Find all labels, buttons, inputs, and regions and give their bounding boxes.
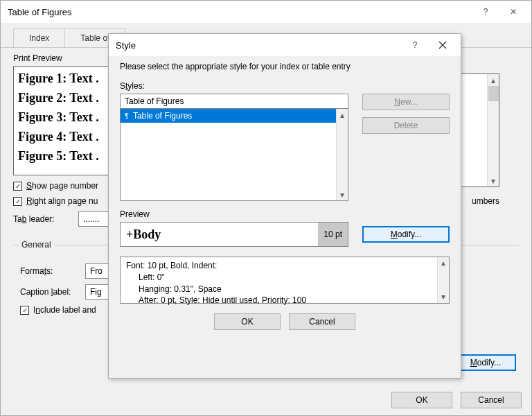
modify-style-button[interactable]: Modify... <box>362 226 450 243</box>
preview-box: +Body 10 pt <box>120 222 348 247</box>
checkbox-label: Right align page nu <box>26 196 98 206</box>
scroll-down-icon[interactable]: ▾ <box>488 175 499 187</box>
style-body: Please select the appropriate style for … <box>109 56 461 338</box>
desc-line: Hanging: 0.31", Space <box>126 284 434 295</box>
preview-font-size: 10 pt <box>318 223 348 246</box>
scroll-thumb[interactable] <box>488 86 499 101</box>
style-item-table-of-figures[interactable]: ¶ Table of Figures <box>121 109 348 123</box>
checkbox-label: Include label and <box>33 305 96 315</box>
style-instruction: Please select the appropriate style for … <box>120 62 450 71</box>
scroll-down-icon[interactable]: ▾ <box>337 189 348 200</box>
styles-listbox[interactable]: ¶ Table of Figures ▴ ▾ <box>120 108 348 201</box>
checkbox-icon: ✓ <box>13 197 22 206</box>
preview-line: Figure 3: Text . <box>18 108 105 128</box>
preview-font-name: +Body <box>126 227 318 242</box>
scroll-up-icon[interactable]: ▴ <box>488 74 499 86</box>
caption-label-label: Caption label: <box>20 287 80 297</box>
scrollbar[interactable]: ▴ ▾ <box>336 109 348 200</box>
cancel-button[interactable]: Cancel <box>289 313 355 330</box>
preview-line: Figure 4: Text . <box>18 128 105 147</box>
help-button[interactable]: ? <box>472 2 499 21</box>
general-label: General <box>19 240 54 250</box>
tof-title: Table of Figures <box>8 7 472 17</box>
ok-button[interactable]: OK <box>214 313 281 330</box>
checkbox-icon: ✓ <box>13 182 22 191</box>
style-button-row: OK Cancel <box>120 313 450 330</box>
tof-footer: OK Cancel <box>391 392 522 408</box>
styles-edit-field[interactable]: Table of Figures <box>120 94 348 109</box>
scrollbar[interactable]: ▴ ▾ <box>437 257 449 303</box>
preview-label: Preview <box>120 209 450 219</box>
style-dialog: Style ? Please select the appropriate st… <box>108 33 461 379</box>
new-style-button[interactable]: New... <box>362 94 450 110</box>
close-button[interactable]: ✕ <box>499 2 527 21</box>
checkbox-label: Show page number <box>26 181 98 191</box>
preview-line: Figure 5: Text . <box>18 147 105 166</box>
preview-line: Figure 1: Text . <box>18 69 105 89</box>
style-item-label: Table of Figures <box>133 111 192 121</box>
delete-style-button[interactable]: Delete <box>362 117 450 134</box>
print-preview-box: Figure 1: Text . Figure 2: Text . Figure… <box>13 66 110 175</box>
styles-label: Styles: <box>120 81 450 91</box>
help-button[interactable]: ? <box>401 35 429 55</box>
desc-line: After: 0 pt, Style: Hide until used, Pri… <box>126 295 434 306</box>
close-icon <box>438 41 447 49</box>
preview-line: Figure 2: Text . <box>18 89 105 108</box>
scroll-up-icon[interactable]: ▴ <box>438 257 449 269</box>
tab-index[interactable]: Index <box>13 28 65 47</box>
style-description-box: Font: 10 pt, Bold, Indent: Left: 0" Hang… <box>120 257 450 304</box>
right-cut-label: umbers <box>472 196 499 206</box>
tab-leader-label: Tab leader: <box>13 214 73 224</box>
desc-line: Left: 0" <box>126 272 434 284</box>
paragraph-icon: ¶ <box>125 112 129 120</box>
scroll-up-icon[interactable]: ▴ <box>337 109 348 121</box>
tof-modify-button[interactable]: Modify... <box>455 354 516 371</box>
scrollbar[interactable]: ▴ ▾ <box>487 74 499 187</box>
ok-button[interactable]: OK <box>391 392 452 408</box>
close-button[interactable] <box>429 35 456 55</box>
style-titlebar: Style ? <box>109 34 461 56</box>
checkbox-icon: ✓ <box>20 306 29 315</box>
formats-label: Formats: <box>20 266 80 276</box>
tof-titlebar: Table of Figures ? ✕ <box>1 1 531 23</box>
cancel-button[interactable]: Cancel <box>461 392 522 408</box>
style-title: Style <box>116 40 401 51</box>
scroll-down-icon[interactable]: ▾ <box>438 291 449 303</box>
desc-line: Font: 10 pt, Bold, Indent: <box>126 260 434 272</box>
